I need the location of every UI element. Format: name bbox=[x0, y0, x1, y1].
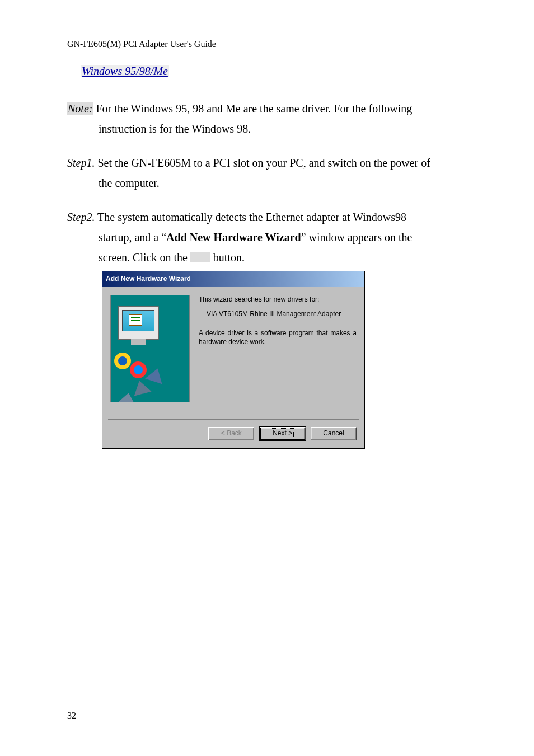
shape-icon bbox=[114, 353, 131, 369]
step1-text-2: the computer. bbox=[99, 173, 467, 194]
step2-text-3a: screen. Click on the bbox=[99, 251, 190, 264]
dialog-text-line3: A device driver is a software program th… bbox=[199, 328, 357, 346]
step1-label: Step1. bbox=[67, 157, 95, 169]
add-new-hardware-wizard-dialog: Add New Hardware Wizard This wizard sear… bbox=[102, 271, 365, 448]
step2-text-1: The system automatically detects the Eth… bbox=[95, 211, 406, 223]
note-text-1: For the Windows 95, 98 and Me are the sa… bbox=[93, 102, 412, 115]
document-icon bbox=[129, 314, 142, 326]
next-button[interactable]: Next > bbox=[260, 427, 306, 440]
step2-text-3b: button. bbox=[210, 251, 245, 264]
step2-label: Step2. bbox=[67, 211, 95, 223]
back-underline: B bbox=[227, 429, 231, 437]
shape-icon bbox=[130, 361, 147, 378]
step2-text-2b: ” window appears on the bbox=[301, 231, 413, 243]
note-label: Note: bbox=[67, 102, 93, 115]
step1-text-1: Set the GN-FE605M to a PCI slot on your … bbox=[95, 157, 430, 169]
step1-paragraph: Step1. Set the GN-FE605M to a PCI slot o… bbox=[67, 153, 467, 193]
cancel-button[interactable]: Cancel bbox=[311, 427, 357, 440]
step2-bold: Add New Hardware Wizard bbox=[166, 231, 301, 243]
shape-icon bbox=[130, 378, 151, 396]
section-link-windows[interactable]: Windows 95/98/Me bbox=[81, 65, 169, 77]
next-placeholder bbox=[190, 252, 210, 262]
next-underline: N bbox=[273, 429, 278, 437]
step2-paragraph: Step2. The system automatically detects … bbox=[67, 208, 467, 448]
dialog-text-line2: VIA VT6105M Rhine III Management Adapter bbox=[207, 309, 357, 318]
dialog-title: Add New Hardware Wizard bbox=[102, 271, 364, 287]
back-prefix: < bbox=[221, 429, 227, 437]
wizard-graphic bbox=[110, 295, 190, 402]
back-button: < Back bbox=[208, 427, 254, 440]
dialog-text-line1: This wizard searches for new drivers for… bbox=[199, 295, 357, 304]
next-rest: ext > bbox=[278, 429, 292, 437]
note-paragraph: Note: For the Windows 95, 98 and Me are … bbox=[67, 99, 467, 139]
page-header: GN-FE605(M) PCI Adapter User's Guide bbox=[67, 39, 467, 49]
step2-text-2a: startup, and a “ bbox=[99, 231, 166, 243]
note-text-2: instruction is for the Windows 98. bbox=[99, 119, 467, 139]
back-rest: ack bbox=[231, 429, 242, 437]
page-number: 32 bbox=[67, 711, 76, 721]
